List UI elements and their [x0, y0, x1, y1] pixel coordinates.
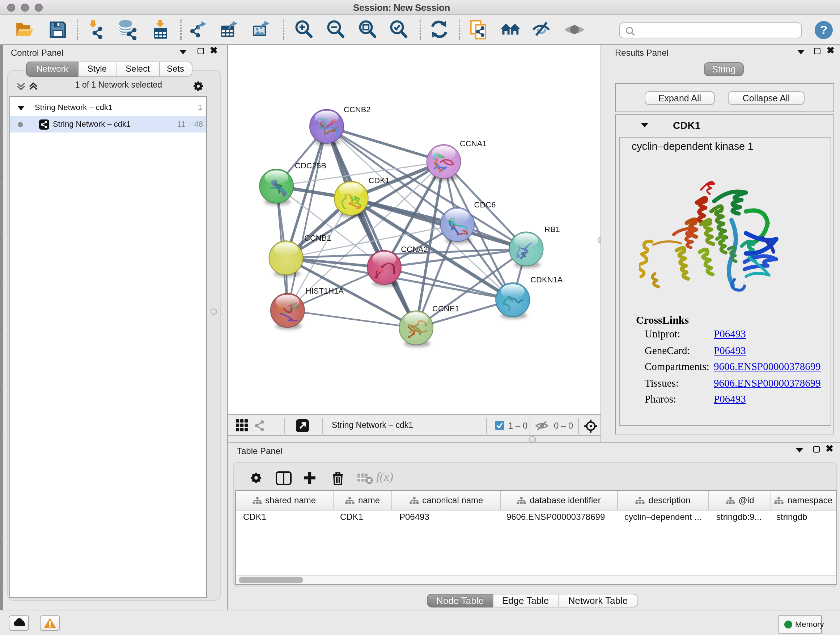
svg-text:HIST1H1A: HIST1H1A — [305, 287, 343, 295]
svg-text:RB1: RB1 — [544, 225, 560, 234]
svg-text:CCNA2: CCNA2 — [401, 245, 428, 254]
svg-text:CCNB1: CCNB1 — [304, 233, 331, 242]
svg-text:CCNB2: CCNB2 — [343, 105, 370, 114]
svg-text:CCNA1: CCNA1 — [459, 139, 486, 148]
svg-text:CCNE1: CCNE1 — [432, 304, 459, 313]
svg-text:CDKN1A: CDKN1A — [530, 275, 562, 284]
svg-text:CDC6: CDC6 — [474, 200, 496, 209]
svg-text:CDK1: CDK1 — [368, 176, 389, 185]
svg-text:CDC25B: CDC25B — [294, 161, 326, 170]
